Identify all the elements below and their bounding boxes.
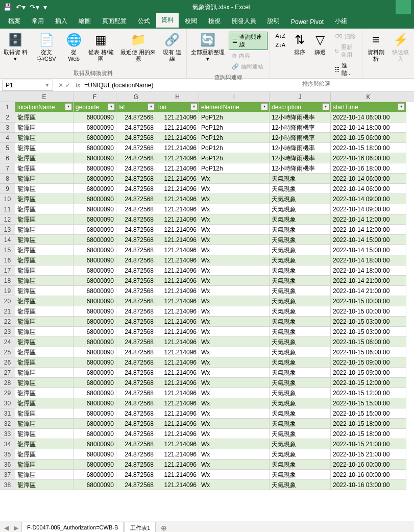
cell[interactable]: 龍潭區 [15, 480, 74, 490]
cell[interactable]: 龍潭區 [15, 429, 74, 439]
cells-area[interactable]: locationName▾geocode▾lat▾lon▾elementName… [15, 102, 414, 490]
cell[interactable]: 2022-10-15 18:00:00 [331, 419, 406, 429]
cell[interactable]: 2022-10-14 18:00:00 [331, 265, 406, 276]
cell[interactable]: 12小時降雨機率 [270, 163, 331, 174]
cell[interactable]: 24.872568 [116, 439, 156, 449]
cell[interactable]: 68000090 [74, 286, 116, 296]
table-header-cell[interactable]: geocode▾ [74, 102, 116, 112]
cell[interactable]: 121.214096 [156, 255, 199, 265]
cell[interactable]: 龍潭區 [15, 337, 74, 347]
cell[interactable]: 121.214096 [156, 214, 199, 225]
cell[interactable]: 2022-10-14 18:00:00 [331, 123, 406, 133]
cell[interactable]: 121.214096 [156, 296, 199, 306]
col-header-G[interactable]: G [116, 92, 156, 102]
cell[interactable]: 68000090 [74, 204, 116, 214]
cell[interactable]: PoP12h [199, 143, 270, 153]
cell[interactable]: 龍潭區 [15, 245, 74, 255]
cell[interactable]: 68000090 [74, 153, 116, 163]
row-header[interactable]: 2 [0, 112, 15, 123]
cell[interactable]: 天氣現象 [270, 398, 331, 408]
cell[interactable]: 68000090 [74, 174, 116, 184]
cell[interactable]: Wx [199, 470, 270, 480]
cell[interactable]: 龍潭區 [15, 255, 74, 265]
cell[interactable]: 68000090 [74, 378, 116, 388]
refresh-all-button[interactable]: 🔄全部重新整理 ▾ [188, 31, 228, 63]
cell[interactable]: 天氣現象 [270, 317, 331, 327]
cell[interactable]: 121.214096 [156, 174, 199, 184]
cell[interactable]: 12小時降雨機率 [270, 123, 331, 133]
cell[interactable]: 24.872568 [116, 204, 156, 214]
cell[interactable]: 24.872568 [116, 398, 156, 408]
cell[interactable]: 24.872568 [116, 184, 156, 194]
row-header[interactable]: 37 [0, 470, 15, 480]
cell[interactable]: 24.872568 [116, 296, 156, 306]
cell[interactable]: 天氣現象 [270, 184, 331, 194]
filter-dropdown-icon[interactable]: ▾ [108, 103, 115, 110]
tab-help[interactable]: 說明 [262, 14, 285, 29]
cell[interactable]: 龍潭區 [15, 460, 74, 470]
cell[interactable]: 2022-10-14 06:00:00 [331, 112, 406, 123]
cell[interactable]: 121.214096 [156, 429, 199, 439]
properties-button[interactable]: ⚙內容 [229, 51, 268, 61]
row-header[interactable]: 10 [0, 194, 15, 204]
clear-filter-button[interactable]: ⌫清除 [331, 32, 360, 41]
cell[interactable]: 121.214096 [156, 163, 199, 174]
filter-dropdown-icon[interactable]: ▾ [65, 103, 72, 110]
cell[interactable]: 2022-10-15 12:00:00 [331, 378, 406, 388]
cell[interactable]: 68000090 [74, 449, 116, 460]
cell[interactable]: Wx [199, 306, 270, 317]
redo-icon[interactable]: ↷▾ [30, 3, 39, 11]
cell[interactable]: 天氣現象 [270, 419, 331, 429]
filter-dropdown-icon[interactable]: ▾ [261, 103, 268, 110]
table-header-cell[interactable]: description▾ [270, 102, 331, 112]
cell[interactable]: 2022-10-15 18:00:00 [331, 429, 406, 439]
table-header-cell[interactable]: elementName▾ [199, 102, 270, 112]
cell[interactable]: 天氣現象 [270, 174, 331, 184]
cell[interactable]: 天氣現象 [270, 327, 331, 337]
cell[interactable]: 68000090 [74, 470, 116, 480]
sheet-tab[interactable]: F-D0047-005_Authorization=CWB-B [21, 522, 124, 532]
tab-draw[interactable]: 繪圖 [74, 14, 96, 29]
cell[interactable]: 天氣現象 [270, 276, 331, 286]
cell[interactable]: 121.214096 [156, 398, 199, 408]
row-header[interactable]: 11 [0, 204, 15, 214]
cell[interactable]: 24.872568 [116, 480, 156, 490]
row-header[interactable]: 24 [0, 337, 15, 347]
cell[interactable]: 121.214096 [156, 204, 199, 214]
cell[interactable]: 龍潭區 [15, 194, 74, 204]
row-header[interactable]: 32 [0, 419, 15, 429]
cell[interactable]: 121.214096 [156, 153, 199, 163]
table-header-cell[interactable]: lon▾ [156, 102, 199, 112]
cell[interactable]: 天氣現象 [270, 368, 331, 378]
cell[interactable]: 龍潭區 [15, 286, 74, 296]
row-header[interactable]: 25 [0, 347, 15, 357]
cell[interactable]: 68000090 [74, 194, 116, 204]
cell[interactable]: 12小時降雨機率 [270, 112, 331, 123]
row-header[interactable]: 22 [0, 317, 15, 327]
cell[interactable]: 121.214096 [156, 449, 199, 460]
cell[interactable]: 2022-10-14 12:00:00 [331, 225, 406, 235]
cell[interactable]: 24.872568 [116, 429, 156, 439]
cell[interactable]: 24.872568 [116, 378, 156, 388]
cell[interactable]: 121.214096 [156, 347, 199, 357]
cell[interactable]: 龍潭區 [15, 368, 74, 378]
cell[interactable]: 2022-10-15 09:00:00 [331, 368, 406, 378]
spreadsheet-grid[interactable]: E F G H I J K 12345678910111213141516171… [0, 92, 414, 521]
name-box[interactable]: P1 ▼ [2, 80, 53, 91]
cell[interactable]: 天氣現象 [270, 245, 331, 255]
queries-connections-button[interactable]: ☰查詢與連線 [229, 32, 268, 50]
cell[interactable]: 天氣現象 [270, 296, 331, 306]
cell[interactable]: 龍潭區 [15, 357, 74, 368]
col-header-F[interactable]: F [74, 92, 116, 102]
tab-insert[interactable]: 插入 [50, 14, 72, 29]
filter-dropdown-icon[interactable]: ▾ [398, 103, 405, 110]
cell[interactable]: Wx [199, 408, 270, 419]
cell[interactable]: 龍潭區 [15, 133, 74, 143]
cell[interactable]: 天氣現象 [270, 255, 331, 265]
row-header[interactable]: 3 [0, 123, 15, 133]
col-header-K[interactable]: K [331, 92, 406, 102]
cell[interactable]: 2022-10-16 00:00:00 [331, 460, 406, 470]
row-header[interactable]: 35 [0, 449, 15, 460]
col-header-J[interactable]: J [270, 92, 331, 102]
cell[interactable]: 68000090 [74, 235, 116, 245]
